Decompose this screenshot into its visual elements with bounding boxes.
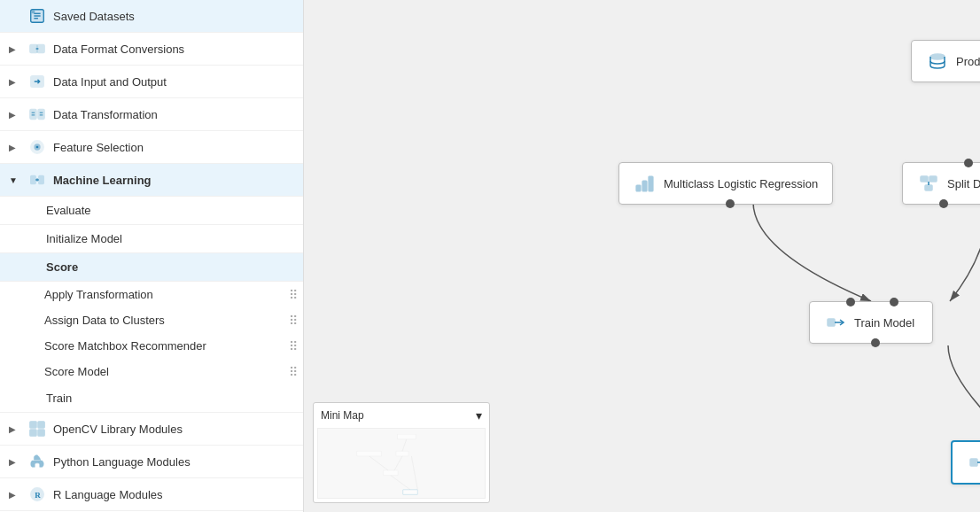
svg-rect-31 xyxy=(921,176,928,182)
svg-rect-35 xyxy=(636,185,641,191)
sidebar-item-assign-data-clusters[interactable]: Assign Data to Clusters ⠿ xyxy=(0,307,303,333)
sidebar-item-python[interactable]: ▶ Python Language Modules xyxy=(0,446,303,478)
svg-rect-38 xyxy=(828,319,835,326)
connector-dot-mlr-bottom xyxy=(726,199,735,208)
machine-learning-icon xyxy=(28,171,46,189)
drag-handle-apply: ⠿ xyxy=(289,288,303,302)
svg-rect-19 xyxy=(39,175,43,183)
canvas-area: ProductsTableCSV.csv Split Data xyxy=(304,0,980,512)
svg-rect-25 xyxy=(38,430,44,436)
node-multiclass-lr[interactable]: Multiclass Logistic Regression xyxy=(618,162,833,205)
expand-icon-input: ▶ xyxy=(9,77,21,87)
sidebar-item-data-transformation[interactable]: ▶ Data Transformation xyxy=(0,98,303,131)
sidebar-item-apply-transformation[interactable]: Apply Transformation ⠿ xyxy=(0,282,303,307)
svg-rect-44 xyxy=(403,490,418,495)
svg-rect-36 xyxy=(642,181,647,191)
products-csv-label: ProductsTableCSV.csv xyxy=(956,55,980,68)
r-language-icon: R xyxy=(28,485,46,503)
expand-icon-r: ▶ xyxy=(9,490,21,500)
sidebar-item-train[interactable]: ▶ Train xyxy=(0,384,303,413)
assign-data-clusters-label: Assign Data to Clusters xyxy=(44,307,289,333)
sidebar-label-opencv: OpenCV Library Modules xyxy=(53,423,183,436)
sidebar-label-r-language: R Language Modules xyxy=(53,488,163,501)
svg-line-46 xyxy=(394,456,402,470)
svg-rect-43 xyxy=(384,470,399,476)
sidebar-item-saved-datasets[interactable]: Saved Datasets xyxy=(0,0,303,33)
connector-dot-train-top-left xyxy=(846,298,855,306)
sidebar: Saved Datasets ▶ Data Format Conversions… xyxy=(0,0,304,512)
sidebar-item-feature-selection[interactable]: ▶ Feature Selection xyxy=(0,131,303,164)
score-matchbox-label: Score Matchbox Recommender xyxy=(44,333,289,359)
sidebar-item-machine-learning[interactable]: ▼ Machine Learning xyxy=(0,164,303,197)
database-icon xyxy=(926,50,949,73)
sidebar-label-data-transformation: Data Transformation xyxy=(53,108,158,121)
svg-rect-23 xyxy=(38,422,44,428)
svg-line-48 xyxy=(391,476,410,490)
minimap-label: Mini Map xyxy=(321,409,364,422)
svg-rect-33 xyxy=(925,185,932,190)
sidebar-item-score-model-sub[interactable]: Score Model ⠿ xyxy=(0,359,303,384)
data-input-icon xyxy=(28,73,46,90)
node-train-model[interactable]: Train Model xyxy=(809,301,933,344)
sidebar-item-opencv[interactable]: ▶ OpenCV Library Modules xyxy=(0,413,303,446)
minimap: Mini Map ▾ xyxy=(313,402,490,503)
svg-point-30 xyxy=(930,54,945,59)
connector-dot-split-bottom-left xyxy=(939,199,948,208)
sidebar-item-initialize-model[interactable]: ▶ Initialize Model xyxy=(0,225,303,253)
svg-text:R: R xyxy=(35,491,41,500)
sidebar-label-data-input-output: Data Input and Output xyxy=(53,75,167,89)
saved-datasets-icon xyxy=(28,7,46,25)
node-score-model[interactable]: Score Model 1 xyxy=(951,440,980,485)
sidebar-item-score[interactable]: ▼ Score xyxy=(0,253,303,282)
expand-icon-format: ▶ xyxy=(9,44,21,54)
expand-icon-transform: ▶ xyxy=(9,110,21,120)
svg-line-47 xyxy=(369,456,388,470)
expand-icon-ml: ▼ xyxy=(9,175,21,185)
svg-rect-39 xyxy=(970,459,977,466)
feature-selection-icon xyxy=(28,138,46,156)
sidebar-label-feature-selection: Feature Selection xyxy=(53,141,144,154)
svg-rect-22 xyxy=(30,422,36,428)
score-model-icon xyxy=(967,451,980,474)
expand-icon-opencv: ▶ xyxy=(9,424,21,434)
expand-icon-python: ▶ xyxy=(9,457,21,467)
train-icon xyxy=(824,311,847,334)
svg-rect-18 xyxy=(31,175,35,183)
svg-rect-5 xyxy=(32,11,35,14)
sidebar-item-data-format-conversions[interactable]: ▶ Data Format Conversions xyxy=(0,33,303,66)
sidebar-item-score-matchbox[interactable]: Score Matchbox Recommender ⠿ xyxy=(0,333,303,359)
sidebar-label-data-format-conversions: Data Format Conversions xyxy=(53,43,184,56)
minimap-content xyxy=(317,428,486,499)
drag-handle-assign: ⠿ xyxy=(289,314,303,328)
svg-rect-40 xyxy=(397,434,416,439)
sidebar-label-python: Python Language Modules xyxy=(53,455,191,469)
split-data-label: Split Data xyxy=(947,177,980,190)
multiclass-lr-label: Multiclass Logistic Regression xyxy=(664,177,818,190)
sidebar-label-train: Train xyxy=(46,392,72,405)
sidebar-label-score: Score xyxy=(46,260,78,274)
score-model-sub-label: Score Model xyxy=(44,359,289,384)
train-model-label: Train Model xyxy=(854,316,914,330)
node-split-data[interactable]: Split Data xyxy=(902,162,980,205)
svg-rect-24 xyxy=(30,430,36,436)
svg-point-17 xyxy=(36,146,39,149)
svg-line-45 xyxy=(402,439,407,452)
connector-dot-train-top-right xyxy=(890,298,898,306)
data-transform-icon xyxy=(28,105,46,123)
connector-dot-split-top xyxy=(964,159,973,167)
svg-line-49 xyxy=(411,456,417,490)
drag-handle-score-model: ⠿ xyxy=(289,365,303,379)
node-products-csv[interactable]: ProductsTableCSV.csv xyxy=(911,40,980,82)
sidebar-item-evaluate[interactable]: ▶ Evaluate xyxy=(0,197,303,225)
sidebar-label-saved-datasets: Saved Datasets xyxy=(53,10,135,23)
minimap-dropdown-icon[interactable]: ▾ xyxy=(476,408,482,423)
python-icon xyxy=(28,453,46,470)
sidebar-item-data-input-output[interactable]: ▶ Data Input and Output xyxy=(0,66,303,98)
drag-handle-matchbox: ⠿ xyxy=(289,339,303,353)
svg-rect-32 xyxy=(929,176,937,182)
minimap-header[interactable]: Mini Map ▾ xyxy=(317,407,486,424)
expand-icon-feature: ▶ xyxy=(9,143,21,152)
sidebar-item-r-language[interactable]: ▶ R R Language Modules xyxy=(0,478,303,511)
svg-rect-37 xyxy=(649,176,653,191)
svg-rect-41 xyxy=(396,451,408,456)
